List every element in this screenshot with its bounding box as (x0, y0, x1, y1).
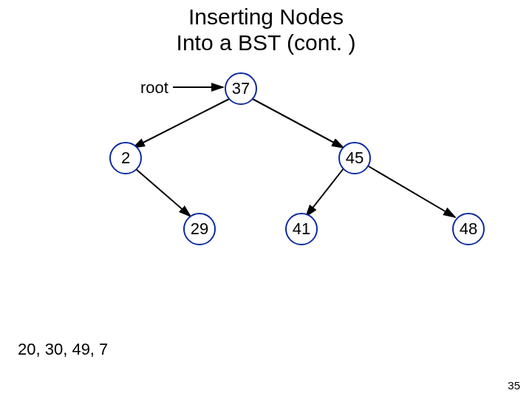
node-29-value: 29 (191, 219, 208, 239)
node-2: 2 (109, 142, 142, 174)
node-48: 48 (452, 213, 485, 245)
node-45: 45 (338, 142, 371, 174)
tree-edges (0, 0, 532, 399)
edge-45-41 (306, 168, 344, 216)
edge-45-48 (367, 166, 455, 217)
node-37-value: 37 (232, 79, 250, 98)
node-48-value: 48 (460, 219, 477, 239)
node-37: 37 (225, 72, 257, 105)
node-29: 29 (183, 213, 216, 245)
edge-37-45 (253, 99, 344, 148)
node-41-value: 41 (293, 219, 310, 239)
node-2-value: 2 (121, 149, 130, 168)
edge-37-2 (133, 99, 229, 148)
edge-2-29 (135, 168, 191, 216)
node-41: 41 (285, 213, 318, 245)
node-45-value: 45 (346, 149, 364, 168)
